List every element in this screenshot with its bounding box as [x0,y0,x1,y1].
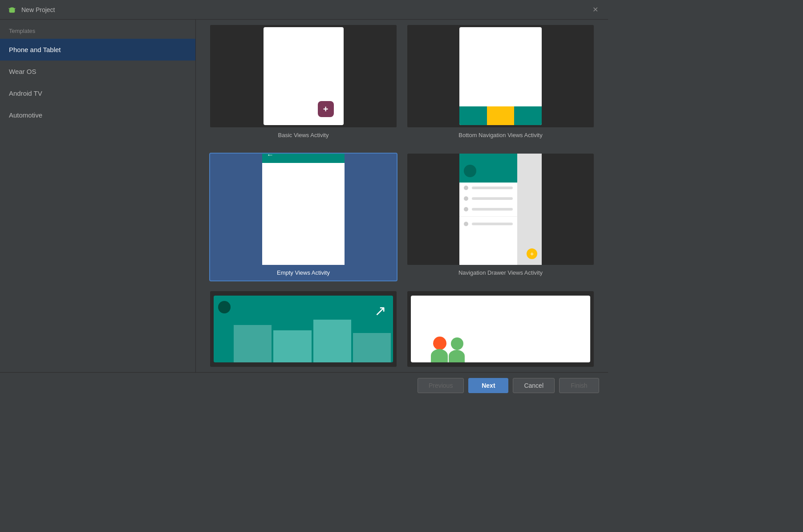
titlebar: New Project ✕ [0,0,608,20]
template-card-nav-drawer[interactable]: + Navigation Drawer Views Activity [406,153,595,281]
template-preview-chart: ↗ [210,291,397,367]
drawer-menu-item-3 [459,204,517,215]
sidebar-item-phone-tablet[interactable]: Phone and Tablet [0,39,195,61]
chart-bar-2 [273,330,311,362]
template-card-basic-views[interactable]: + Basic Views Activity [209,24,397,144]
person-head-icon [433,337,446,350]
preview-person-mockup [411,296,590,362]
drawer-menu-item-2 [459,193,517,204]
template-label-bottom-nav: Bottom Navigation Views Activity [407,127,594,143]
nav-segment-2 [487,106,515,125]
android-icon [7,5,17,15]
chart-bar-3 [313,320,351,362]
nav-segment-3 [514,106,542,125]
sidebar: Templates Phone and Tablet Wear OS Andro… [0,20,196,372]
template-preview-empty-views: ← [210,154,397,265]
content-area: Templates Phone and Tablet Wear OS Andro… [0,20,608,372]
drawer-divider [459,216,517,217]
fab-drawer-icon: + [527,248,537,259]
template-preview-basic-views: + [210,25,397,127]
chart-circle-icon [218,301,231,313]
fab-icon: + [318,101,334,117]
preview-chart-mockup: ↗ [214,296,393,362]
previous-button[interactable]: Previous [418,378,464,393]
drawer-header [459,154,517,183]
sidebar-item-automotive[interactable]: Automotive [0,104,195,126]
empty-views-topbar: ← [262,154,345,163]
nav-segment-1 [459,106,487,125]
back-arrow-icon: ← [267,154,274,159]
template-card-chart[interactable]: ↗ [209,290,397,368]
template-preview-bottom-nav [407,25,594,127]
menu-line-4 [472,223,513,225]
preview-bottom-nav-mockup [459,27,542,125]
main-content: + Basic Views Activity [196,20,608,372]
menu-line-2 [472,197,513,200]
menu-line-1 [472,187,513,189]
menu-dot-3 [464,207,468,211]
preview-basic-views-mockup: + [264,27,344,125]
chart-grid-area [231,309,393,362]
next-button[interactable]: Next [468,378,508,393]
chart-bar-1 [234,325,272,362]
menu-line-3 [472,208,513,211]
template-card-person[interactable] [406,290,595,368]
menu-dot-2 [464,196,468,201]
menu-dot-1 [464,186,468,190]
menu-dot-4 [464,222,468,226]
sidebar-item-android-tv[interactable]: Android TV [0,82,195,104]
templates-grid: + Basic Views Activity [196,20,608,372]
footer: Previous Next Cancel Finish [0,372,608,398]
finish-button[interactable]: Finish [559,378,599,393]
template-label-basic-views: Basic Views Activity [210,127,397,143]
person-body-icon [431,349,448,362]
drawer-menu-item-1 [459,183,517,193]
templates-section-label: Templates [0,24,195,39]
template-card-bottom-nav[interactable]: Bottom Navigation Views Activity [406,24,595,144]
preview-nav-drawer-mockup: + [459,154,542,265]
bottom-nav-bar [459,106,542,125]
drawer-panel [459,154,517,265]
person2-body-icon [449,350,465,362]
sidebar-item-wear-os[interactable]: Wear OS [0,61,195,82]
chart-arrow-icon: ↗ [374,302,386,319]
drawer-menu-item-4 [459,219,517,229]
cancel-button[interactable]: Cancel [513,378,555,393]
side-overlay [517,154,542,265]
template-label-nav-drawer: Navigation Drawer Views Activity [407,265,594,280]
drawer-circle-icon [464,165,476,177]
person2-head-icon [451,337,463,350]
preview-empty-views-mockup: ← [262,154,345,265]
chart-bar-4 [353,333,391,362]
template-card-empty-views[interactable]: ← Empty Views Activity [209,153,397,281]
template-label-empty-views: Empty Views Activity [210,265,397,280]
window-title: New Project [21,6,590,13]
new-project-window: New Project ✕ Templates Phone and Tablet… [0,0,608,398]
template-preview-nav-drawer: + [407,154,594,265]
close-button[interactable]: ✕ [590,4,601,15]
template-preview-person [407,291,594,367]
